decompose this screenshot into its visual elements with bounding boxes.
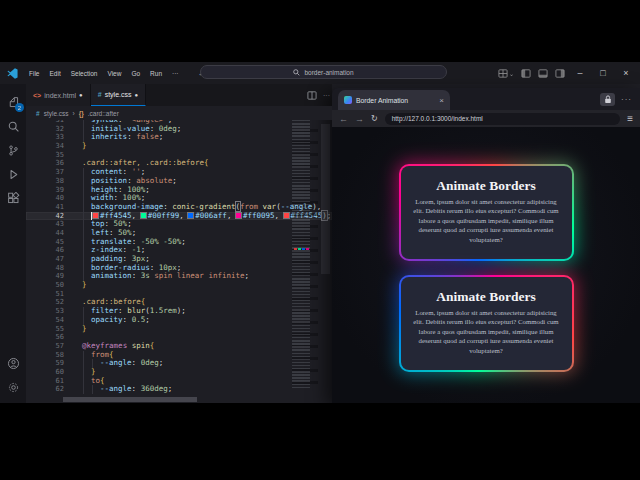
screen: File Edit Selection View Go Run ··· ← → … [0,0,640,480]
activity-bar: 2 [0,84,26,403]
card-title: Animate Borders [436,178,535,194]
browser-tab-strip: Border Animation × ··· [332,88,640,110]
code-line[interactable]: 33inherits: false; [26,133,332,142]
menu-go[interactable]: Go [126,67,145,80]
symbol-icon: {} [79,110,84,117]
card-surface: Animate Borders Lorem, ipsum dolor sit a… [401,166,572,259]
css-file-icon: # [36,110,40,117]
editor-more-actions-icon[interactable]: ··· [323,92,330,99]
menu-selection[interactable]: Selection [66,67,103,80]
tab-style-css[interactable]: # style.css ● [91,84,146,106]
browser-more-icon[interactable]: ··· [621,95,632,104]
window-minimize-button[interactable]: – [572,62,588,84]
code-line[interactable]: 61to{ [26,377,332,386]
menu-view[interactable]: View [102,67,126,80]
window-maximize-button[interactable]: □ [595,62,611,84]
code-line[interactable]: 34} [26,142,332,151]
browser-tab-title: Border Animation [356,97,408,104]
search-sidebar-icon[interactable] [2,114,24,138]
browser-viewport: Animate Borders Lorem, ipsum dolor sit a… [332,127,640,403]
account-icon[interactable] [2,351,24,375]
command-search-input[interactable]: border-animation [200,65,447,79]
code-line[interactable]: 53filter: blur(1.5rem); [26,307,332,316]
breadcrumb-separator: › [73,110,75,117]
split-editor-icon[interactable] [307,91,317,100]
menu-file[interactable]: File [24,67,44,80]
preview-card: Animate Borders Lorem, ipsum dolor sit a… [399,275,574,372]
code-line[interactable]: 51 [26,290,332,299]
customize-layout-icon[interactable]: ⌄ [498,69,514,78]
explorer-icon[interactable]: 2 [2,90,24,114]
toggle-primary-sidebar-icon[interactable] [521,69,531,78]
card-body-text: Lorem, ipsum dolor sit amet consectetur … [413,308,560,355]
code-line[interactable]: 36.card::after, .card::before{ [26,159,332,168]
search-value: border-animation [304,69,353,76]
breadcrumb-file[interactable]: style.css [44,110,69,117]
code-line[interactable]: 56 [26,333,332,342]
tab-close-icon[interactable]: × [439,96,444,105]
vscode-logo-icon [7,68,18,79]
horizontal-scrollbar[interactable] [63,397,197,402]
code-line[interactable]: 43top: 50%; [26,220,332,229]
code-line[interactable]: 59--angle: 0deg; [26,359,332,368]
toggle-secondary-sidebar-icon[interactable] [555,69,565,78]
card-body-text: Lorem, ipsum dolor sit amet consectetur … [413,197,560,244]
code-line[interactable]: 45translate: -50% -50%; [26,238,332,247]
code-line[interactable]: 37content: ''; [26,168,332,177]
tab-label: style.css [105,91,132,98]
explorer-badge: 2 [15,103,24,112]
html-file-icon: <> [33,92,41,99]
browser-tab[interactable]: Border Animation × [338,90,450,110]
toggle-panel-icon[interactable] [538,69,548,78]
preview-card: Animate Borders Lorem, ipsum dolor sit a… [399,164,574,261]
code-line[interactable]: 46z-index: -1; [26,246,332,255]
code-line[interactable]: 49animation: 3s spin linear infinite; [26,272,332,281]
settings-gear-icon[interactable] [2,375,24,399]
extensions-icon[interactable] [2,186,24,210]
menu-run[interactable]: Run [145,67,167,80]
url-text: http://127.0.0.1:3000/index.html [392,115,483,122]
source-control-icon[interactable] [2,138,24,162]
code-line[interactable]: 60} [26,368,332,377]
breadcrumb-symbol[interactable]: .card::after [88,110,119,117]
breadcrumb[interactable]: # style.css › {} .card::after [26,106,332,120]
modified-dot-icon[interactable]: ● [79,92,83,98]
menu-edit[interactable]: Edit [44,67,65,80]
code-lines: 31syntax: '<angle>';32initial-value: 0de… [26,120,332,394]
browser-toolbar: ← → ↻ http://127.0.0.1:3000/index.html ≡ [332,110,640,127]
card-title: Animate Borders [436,289,535,305]
vscode-titlebar: File Edit Selection View Go Run ··· ← → … [0,62,640,84]
url-bar[interactable]: http://127.0.0.1:3000/index.html [385,113,620,125]
code-line[interactable]: 50} [26,281,332,290]
code-line[interactable]: 58from{ [26,351,332,360]
code-line[interactable]: 54opacity: 0.5; [26,316,332,325]
search-icon [293,69,300,76]
code-line[interactable]: 62--angle: 360deg; [26,385,332,394]
code-editor[interactable]: 31syntax: '<angle>';32initial-value: 0de… [26,120,332,403]
card-surface: Animate Borders Lorem, ipsum dolor sit a… [401,277,572,370]
forward-icon[interactable]: → [355,114,364,124]
code-line[interactable]: 42#ff4545, #00ff99, #006aff, #ff0095, #f… [26,212,332,221]
favicon-icon [344,96,352,104]
hamburger-menu-icon[interactable]: ≡ [627,113,633,124]
code-line[interactable]: 32initial-value: 0deg; [26,125,332,134]
tab-label: index.html [44,92,76,99]
reload-icon[interactable]: ↻ [371,114,378,123]
css-file-icon: # [98,91,102,98]
code-line[interactable]: 57@keyframes spin{ [26,342,332,351]
window-close-button[interactable]: × [618,62,634,84]
lock-icon[interactable] [600,93,615,106]
code-line[interactable]: 39height: 100%; [26,186,332,195]
vertical-scrollbar[interactable] [321,124,330,274]
menu-more-icon[interactable]: ··· [167,67,184,80]
back-icon[interactable]: ← [339,114,348,124]
editor-tab-bar: <> index.html ● # style.css ● ··· [26,84,332,106]
browser-window: Border Animation × ··· ← → ↻ http://127.… [332,88,640,403]
run-debug-icon[interactable] [2,162,24,186]
minimap[interactable] [292,120,318,390]
code-line[interactable]: 38position: absolute; [26,177,332,186]
modified-dot-icon[interactable]: ● [134,92,138,98]
code-line[interactable]: 55} [26,325,332,334]
tab-index-html[interactable]: <> index.html ● [26,84,91,106]
